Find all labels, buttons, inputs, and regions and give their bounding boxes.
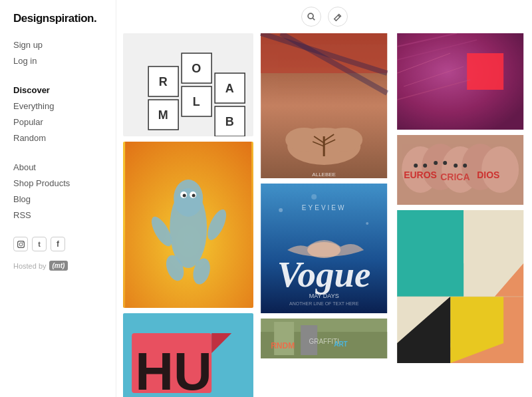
svg-point-90 <box>443 161 447 165</box>
svg-point-92 <box>463 164 467 168</box>
nav-everything[interactable]: Everything <box>13 98 102 114</box>
image-abstract-red[interactable] <box>395 33 525 130</box>
auth-section: Sign up Log in <box>13 37 102 69</box>
svg-rect-97 <box>397 210 464 297</box>
image-street-art[interactable]: GRAFFITI RNDM ART <box>259 319 389 358</box>
svg-text:R: R <box>159 75 168 88</box>
svg-rect-74 <box>397 33 523 130</box>
discover-section: Discover Everything Popular Random <box>13 82 102 146</box>
logo: Designspiration. <box>13 12 102 25</box>
svg-point-50 <box>325 128 362 152</box>
image-geometric[interactable] <box>395 210 525 363</box>
svg-text:ALLEBEE: ALLEBEE <box>313 172 336 178</box>
image-grid: R O M L A <box>123 33 525 397</box>
image-face-repeat[interactable]: EUROS CRICA DIOS <box>395 135 525 205</box>
svg-point-89 <box>434 161 438 165</box>
login-link[interactable]: Log in <box>13 53 102 69</box>
svg-point-60 <box>311 194 317 199</box>
nav-blog[interactable]: Blog <box>13 192 102 207</box>
svg-rect-0 <box>17 241 24 248</box>
svg-text:A: A <box>225 82 234 95</box>
image-hud[interactable]: HU <box>123 313 253 397</box>
svg-line-4 <box>313 18 315 20</box>
secondary-nav: About Shop Products Blog RSS <box>13 160 102 223</box>
social-icons: t f <box>13 237 102 251</box>
svg-point-2 <box>22 242 23 243</box>
twitter-icon[interactable]: t <box>32 237 47 251</box>
image-creature[interactable] <box>123 142 253 308</box>
svg-text:L: L <box>193 95 200 108</box>
svg-text:RNDM: RNDM <box>271 341 295 350</box>
nav-random[interactable]: Random <box>13 130 102 146</box>
nav-shop[interactable]: Shop Products <box>13 176 102 192</box>
nav-about[interactable]: About <box>13 160 102 176</box>
facebook-icon[interactable]: f <box>51 237 65 251</box>
svg-text:ART: ART <box>334 340 348 348</box>
svg-point-21 <box>174 180 203 217</box>
grid-column-3: EUROS CRICA DIOS <box>395 33 525 397</box>
mt-logo: (mt) <box>49 261 68 271</box>
svg-text:CRICA: CRICA <box>440 172 469 182</box>
nav-popular[interactable]: Popular <box>13 114 102 130</box>
svg-point-49 <box>285 128 323 152</box>
svg-text:EYEVIEW: EYEVIEW <box>302 204 346 211</box>
top-bar <box>123 7 525 27</box>
svg-point-91 <box>454 164 458 168</box>
svg-point-29 <box>192 194 196 198</box>
sidebar: Designspiration. Sign up Log in Discover… <box>0 0 116 397</box>
svg-text:B: B <box>225 115 234 128</box>
svg-point-28 <box>183 194 186 198</box>
hosted-by: Hosted by (mt) <box>13 261 102 271</box>
svg-text:O: O <box>192 62 201 75</box>
svg-text:ANOTHER LINE OF TEXT HERE: ANOTHER LINE OF TEXT HERE <box>289 301 359 306</box>
svg-rect-75 <box>467 53 503 90</box>
svg-point-87 <box>414 164 418 168</box>
svg-point-88 <box>423 164 427 168</box>
edit-button[interactable] <box>328 7 348 27</box>
svg-text:MAY DAYS: MAY DAYS <box>309 293 339 299</box>
svg-point-59 <box>366 222 368 225</box>
svg-text:DIOS: DIOS <box>477 170 499 180</box>
svg-point-58 <box>279 208 283 212</box>
signup-link[interactable]: Sign up <box>13 37 102 53</box>
svg-rect-101 <box>464 210 523 263</box>
nav-rss[interactable]: RSS <box>13 207 102 223</box>
svg-text:HU: HU <box>135 342 212 397</box>
discover-label: Discover <box>13 85 50 95</box>
svg-point-3 <box>308 13 313 19</box>
image-hands-tattoo[interactable]: ALLEBEE <box>259 33 389 178</box>
svg-point-1 <box>19 243 23 246</box>
svg-text:M: M <box>158 108 168 122</box>
svg-text:EUROS: EUROS <box>404 170 437 180</box>
grid-column-1: R O M L A <box>123 33 253 397</box>
search-button[interactable] <box>301 7 321 27</box>
svg-text:Vogue: Vogue <box>277 254 371 295</box>
grid-column-2: ALLEBEE <box>259 33 389 397</box>
image-vogue[interactable]: EYEVIEW Vogue MAY DAYS ANOTHER LINE OF T… <box>259 184 389 313</box>
instagram-icon[interactable] <box>13 237 28 251</box>
main-content: R O M L A <box>116 0 532 397</box>
image-romlab[interactable]: R O M L A <box>123 33 253 136</box>
